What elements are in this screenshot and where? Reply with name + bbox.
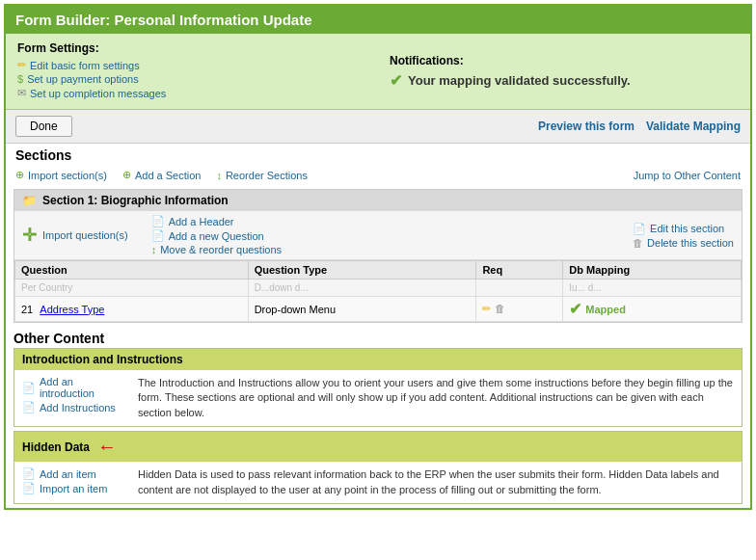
col-req: Req	[476, 261, 563, 280]
intro-block: Introduction and Instructions 📄 Add an i…	[14, 348, 742, 427]
mapped-link[interactable]: ✔ Mapped	[569, 300, 735, 318]
notifications: Notifications: ✔ Your mapping validated …	[378, 34, 750, 109]
add-instructions-icon: 📄	[22, 401, 36, 413]
page-header: Form Builder: Personal Information Updat…	[6, 6, 750, 34]
import-question-btn: ✛ Import question(s)	[22, 225, 128, 246]
add-item-icon: 📄	[22, 467, 36, 480]
add-introduction-link[interactable]: 📄 Add an introduction	[22, 376, 128, 399]
move-icon: ↕	[151, 244, 157, 255]
section-block-1: 📁 Section 1: Biographic Information ✛ Im…	[14, 189, 742, 323]
payment-link[interactable]: $ Set up payment options	[17, 73, 366, 85]
add-header-link[interactable]: 📄 Add a Header	[151, 215, 282, 227]
dollar-icon: $	[17, 73, 23, 85]
action-right: Preview this form Validate Mapping	[538, 120, 741, 133]
add-item-link[interactable]: 📄 Add an item	[22, 467, 128, 480]
intro-block-desc: The Introduction and Instructions allow …	[138, 376, 734, 420]
sections-tools-left: ⊕ Import section(s) ⊕ Add a Section ↕ Re…	[15, 169, 308, 181]
validate-mapping-link[interactable]: Validate Mapping	[646, 120, 741, 133]
import-section-link[interactable]: ⊕ Import section(s)	[15, 169, 107, 181]
hidden-data-header: Hidden Data ←	[14, 432, 742, 462]
import-section-icon: ⊕	[15, 169, 24, 181]
add-links: 📄 Add a Header 📄 Add a new Question ↕ Mo…	[151, 215, 282, 255]
import-item-link[interactable]: 📄 Import an item	[22, 482, 128, 494]
question-cell: 21 Address Type	[15, 297, 249, 322]
validation-success: ✔ Your mapping validated successfully.	[390, 71, 739, 90]
intro-block-header: Introduction and Instructions	[14, 349, 742, 370]
sections-header: Sections ⊕ Import section(s) ⊕ Add a Sec…	[6, 144, 750, 185]
add-question-icon: 📄	[151, 229, 165, 242]
edit-icon[interactable]: ✏	[482, 303, 491, 315]
preview-form-link[interactable]: Preview this form	[538, 120, 634, 133]
other-content-title: Other Content	[14, 327, 742, 348]
intro-block-body: 📄 Add an introduction 📄 Add Instructions…	[14, 370, 742, 426]
section-actions: ✛ Import question(s) 📄 Add a Header 📄 Ad…	[14, 211, 742, 260]
sections-title: Sections	[15, 147, 741, 163]
section-actions-left: ✛ Import question(s) 📄 Add a Header 📄 Ad…	[22, 215, 282, 255]
hidden-data-desc: Hidden Data is used to pass relevant inf…	[138, 467, 734, 497]
type-cell: Drop-down Menu	[248, 297, 476, 322]
delete-icon[interactable]: 🗑	[495, 303, 505, 315]
page-title: Form Builder: Personal Information Updat…	[15, 12, 741, 28]
top-settings: Form Settings: ✏ Edit basic form setting…	[6, 34, 750, 110]
red-arrow-icon: ←	[97, 436, 117, 458]
question-link[interactable]: Address Type	[40, 304, 104, 315]
intro-block-links: 📄 Add an introduction 📄 Add Instructions	[22, 376, 128, 420]
edit-section-link[interactable]: 📄 Edit this section	[633, 223, 734, 235]
notifications-title: Notifications:	[390, 54, 739, 67]
hidden-data-block: Hidden Data ← 📄 Add an item 📄 Import an …	[14, 431, 742, 504]
hidden-data-body: 📄 Add an item 📄 Import an item Hidden Da…	[14, 462, 742, 503]
col-question: Question	[15, 261, 249, 280]
col-mapping: Db Mapping	[563, 261, 742, 280]
form-settings-title: Form Settings:	[17, 41, 366, 55]
add-intro-icon: 📄	[22, 382, 36, 394]
trash-icon: 🗑	[633, 237, 643, 249]
import-item-icon: 📄	[22, 482, 36, 494]
table-row-blurred: Per Country D...down d... Iu... d...	[15, 280, 742, 297]
import-question-link[interactable]: Import question(s)	[42, 229, 128, 241]
table-row: 21 Address Type Drop-down Menu ✏ 🗑 ✔ M	[15, 297, 742, 322]
mail-icon: ✉	[17, 87, 26, 99]
add-instructions-link[interactable]: 📄 Add Instructions	[22, 401, 128, 413]
form-settings: Form Settings: ✏ Edit basic form setting…	[6, 34, 378, 109]
add-section-icon: ⊕	[122, 169, 131, 181]
folder-icon: 📁	[22, 194, 37, 207]
section-actions-right: 📄 Edit this section 🗑 Delete this sectio…	[633, 223, 734, 249]
action-icons: ✏ 🗑	[482, 303, 556, 315]
blurred-type: D...down d...	[248, 280, 476, 297]
section-title-bar: 📁 Section 1: Biographic Information	[14, 190, 742, 211]
blurred-question: Per Country	[15, 280, 249, 297]
sections-tools: ⊕ Import section(s) ⊕ Add a Section ↕ Re…	[15, 167, 741, 183]
add-question-link[interactable]: 📄 Add a new Question	[151, 229, 282, 242]
completion-link[interactable]: ✉ Set up completion messages	[17, 87, 366, 99]
req-cell: ✏ 🗑	[476, 297, 563, 322]
question-table: Question Question Type Req Db Mapping Pe…	[14, 260, 742, 322]
reorder-sections-link[interactable]: ↕ Reorder Sections	[216, 169, 308, 181]
green-plus-icon: ✛	[22, 225, 37, 246]
add-header-icon: 📄	[151, 215, 165, 227]
jump-to-content-link[interactable]: Jump to Other Content	[634, 170, 741, 181]
section-title: Section 1: Biographic Information	[42, 194, 229, 207]
delete-section-link[interactable]: 🗑 Delete this section	[633, 237, 734, 249]
page-wrapper: Form Builder: Personal Information Updat…	[4, 4, 752, 510]
mapped-check-icon: ✔	[569, 300, 581, 318]
check-circle-icon: ✔	[390, 71, 402, 90]
blurred-mapping: Iu... d...	[563, 280, 742, 297]
pencil-icon: ✏	[17, 59, 26, 71]
other-content: Other Content Introduction and Instructi…	[14, 327, 742, 504]
action-bar: Done Preview this form Validate Mapping	[6, 110, 750, 144]
col-type: Question Type	[248, 261, 476, 280]
edit-form-link[interactable]: ✏ Edit basic form settings	[17, 59, 366, 71]
reorder-sections-icon: ↕	[216, 170, 222, 181]
edit-section-icon: 📄	[633, 223, 646, 235]
done-button[interactable]: Done	[15, 116, 72, 137]
mapping-cell: ✔ Mapped	[563, 297, 742, 322]
hidden-data-links: 📄 Add an item 📄 Import an item	[22, 467, 128, 497]
blurred-req	[476, 280, 563, 297]
move-reorder-link[interactable]: ↕ Move & reorder questions	[151, 244, 282, 255]
add-section-link[interactable]: ⊕ Add a Section	[122, 169, 202, 181]
